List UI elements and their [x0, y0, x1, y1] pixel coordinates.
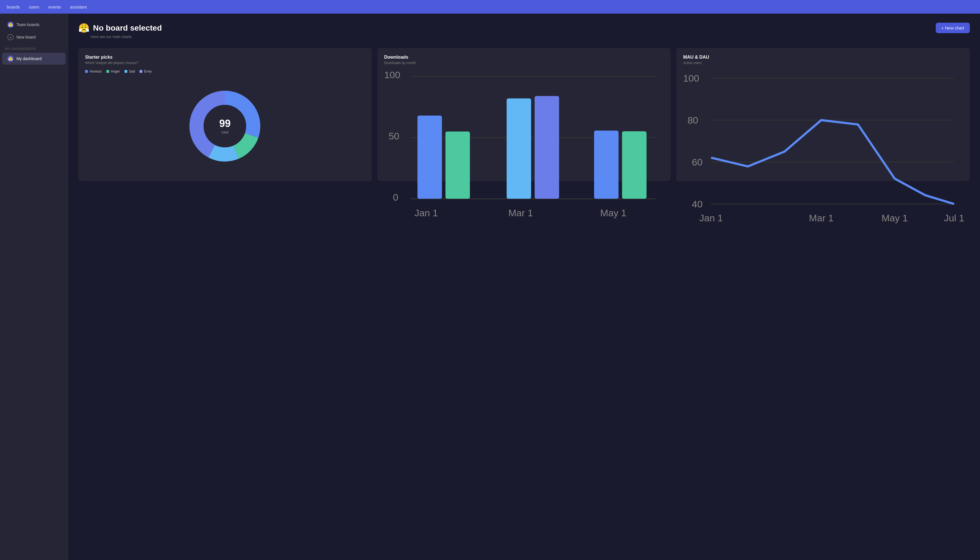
mau-dau-card: MAU & DAU Active users 100 80 60 40 — [676, 48, 970, 181]
donut-svg — [182, 83, 267, 168]
main-header: 😤 No board selected Here are our main ch… — [78, 23, 970, 39]
bar-jan-green — [445, 132, 469, 199]
legend-label-envy: Envy — [144, 70, 152, 73]
new-board-label: New board — [17, 35, 36, 39]
x-label-jul1: Jul 1 — [944, 213, 964, 223]
line-chart-area: 100 80 60 40 Jan 1 — [683, 70, 963, 172]
top-nav: boards users events assistant — [0, 0, 980, 13]
legend-dot-envy — [140, 70, 142, 73]
starter-picks-card: Starter picks Which Voidpet did players … — [78, 48, 372, 181]
sidebar: 😤 Team boards + New board MY DASHBOARDS … — [0, 13, 68, 560]
mau-dau-subtitle: Active users — [683, 61, 963, 65]
title-row: 😤 No board selected — [78, 23, 162, 33]
bar-jan-blue — [417, 116, 442, 199]
donut-container: 99 total — [85, 78, 365, 174]
y-label-40: 40 — [692, 199, 703, 210]
sidebar-item-new-board[interactable]: + New board — [2, 31, 65, 43]
charts-grid: Starter picks Which Voidpet did players … — [78, 48, 970, 181]
x-label-jan1: Jan 1 — [700, 213, 723, 223]
y-label-50: 50 — [389, 131, 399, 142]
my-dashboard-label: My dashboard — [17, 57, 42, 61]
legend-item-anger: Anger — [106, 70, 120, 73]
x-label-may1: May 1 — [881, 213, 908, 223]
sidebar-item-my-dashboard[interactable]: 😤 My dashboard — [2, 53, 65, 65]
bar-may-blue — [594, 131, 618, 199]
downloads-title: Downloads — [384, 55, 664, 60]
legend-dot-sad — [125, 70, 127, 73]
legend-label-anger: Anger — [111, 70, 120, 73]
y-label-60: 60 — [692, 157, 703, 167]
x-label-mar1: Mar 1 — [508, 207, 533, 218]
legend-dot-anxious — [85, 70, 88, 73]
y-label-100: 100 — [683, 73, 699, 83]
bar-may-green — [622, 131, 646, 199]
starter-picks-title: Starter picks — [85, 55, 365, 60]
legend-dot-anger — [106, 70, 109, 73]
main-content: 😤 No board selected Here are our main ch… — [68, 13, 980, 560]
team-boards-label: Team boards — [17, 22, 39, 27]
bar-mar-indigo — [534, 96, 559, 199]
page-title: No board selected — [93, 23, 162, 33]
my-dashboard-icon: 😤 — [7, 55, 13, 62]
donut-legend: Anxious Anger Sad Envy — [85, 70, 365, 73]
nav-assistant[interactable]: assistant — [70, 5, 87, 9]
downloads-card: Downloads Downloads by month 100 50 0 — [377, 48, 671, 181]
y-label-100: 100 — [384, 70, 401, 80]
nav-events[interactable]: events — [48, 5, 61, 9]
bar-svg: 100 50 0 — [384, 70, 664, 349]
nav-boards[interactable]: boards — [7, 5, 20, 9]
legend-item-sad: Sad — [125, 70, 135, 73]
title-area: 😤 No board selected Here are our main ch… — [78, 23, 162, 39]
line-svg: 100 80 60 40 Jan 1 — [683, 70, 963, 332]
x-label-may1: May 1 — [600, 207, 626, 218]
team-boards-icon: 😤 — [7, 22, 13, 28]
page-subtitle: Here are our main charts. — [91, 35, 162, 39]
legend-label-anxious: Anxious — [90, 70, 102, 73]
donut-hole — [204, 105, 246, 147]
nav-users[interactable]: users — [29, 5, 39, 9]
legend-label-sad: Sad — [129, 70, 135, 73]
bar-chart-area: 100 50 0 — [384, 70, 664, 172]
my-dashboards-section-label: MY DASHBOARDS — [0, 43, 68, 52]
downloads-subtitle: Downloads by month — [384, 61, 664, 65]
y-label-0: 0 — [393, 192, 398, 203]
new-chart-button[interactable]: + New chart — [936, 23, 970, 33]
x-label-mar1: Mar 1 — [809, 213, 834, 223]
title-emoji: 😤 — [78, 23, 90, 33]
x-label-jan1: Jan 1 — [414, 207, 438, 218]
bar-mar-lightblue — [506, 98, 531, 199]
legend-item-anxious: Anxious — [85, 70, 102, 73]
legend-item-envy: Envy — [140, 70, 152, 73]
main-layout: 😤 Team boards + New board MY DASHBOARDS … — [0, 13, 980, 560]
mau-dau-title: MAU & DAU — [683, 55, 963, 60]
y-label-80: 80 — [688, 115, 698, 125]
starter-picks-subtitle: Which Voidpet did players choose? — [85, 61, 365, 65]
plus-icon: + — [7, 34, 13, 40]
sidebar-item-team-boards[interactable]: 😤 Team boards — [2, 19, 65, 31]
